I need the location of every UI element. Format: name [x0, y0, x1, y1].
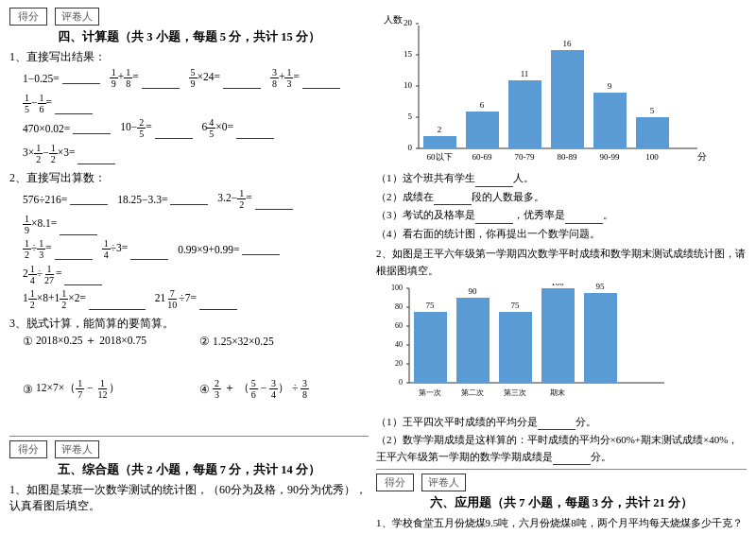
reviewer-label-5: 评卷人 — [55, 440, 99, 458]
svg-text:0: 0 — [399, 378, 403, 387]
problem4-3: 3、脱式计算，能简算的要简算。 ① 2018×0.25 ＋ 2018×0.75 … — [9, 316, 369, 430]
q1-1: （1）这个班共有学生人。 — [376, 170, 747, 187]
problem4-3-num: 3、脱式计算，能简算的要简算。 — [9, 316, 369, 332]
bar-1-val: 2 — [438, 125, 442, 134]
chart2-bar-4-val: 100 — [551, 284, 564, 287]
svg-text:80: 80 — [395, 302, 403, 311]
calc-circle-4: ④ — [199, 383, 210, 396]
reviewer-label-4: 评卷人 — [55, 8, 99, 26]
chart1-x-label: 分数 — [697, 151, 707, 162]
bar-1 — [423, 136, 456, 148]
calc-expr-4: 23 ＋ （56 − 34） ÷ 38 — [213, 378, 309, 400]
score-row-4: 得分 评卷人 — [9, 8, 369, 26]
q1-2: （2）成绩在段的人数最多。 — [376, 189, 747, 206]
questions2-block: （1）王平四次平时成绩的平均分是分。 （2）数学学期成绩是这样算的：平时成绩的平… — [376, 414, 747, 466]
problem4-2-num: 2、直接写出算数： — [9, 170, 369, 186]
expr-10: 576÷216= — [23, 194, 108, 205]
calc-circle-1: ① — [23, 335, 33, 348]
bar-5-label: 90-99 — [600, 152, 620, 162]
math-row-2c: 112×8+112×2= 21710÷7= — [9, 288, 369, 310]
calc-item-2: ② 1.25×32×0.25 — [199, 334, 369, 348]
svg-text:5: 5 — [408, 112, 413, 121]
expr-7: 10−25= — [120, 117, 192, 139]
expr-15: 14÷3= — [102, 238, 168, 260]
section5-header: 五、综合题（共 2 小题，每题 7 分，共计 14 分） — [9, 462, 369, 478]
chart2-bar-5-val: 95 — [596, 284, 606, 291]
chart2-bar-2-label: 第二次 — [461, 388, 484, 397]
score-label-4: 得分 — [9, 8, 47, 26]
expr-3: 59×24= — [189, 67, 261, 89]
score-row-5: 得分 评卷人 — [9, 440, 369, 458]
bar-4-label: 80-89 — [558, 152, 577, 162]
expr-8: 645×0= — [202, 117, 274, 139]
expr-1: 1−0.25= — [23, 73, 100, 84]
math-row-1a: 1−0.25= 19+18= 59×24= 38+13= 15−16= — [9, 67, 369, 114]
problem4-1-num: 1、直接写出结果： — [9, 49, 369, 65]
problem5-1-num: 1、如图是某班一次数学测试的统计图，（60分为及格，90分为优秀），认真看图后填… — [9, 482, 369, 514]
expr-14: 12÷13= — [23, 238, 93, 260]
calc-circle-2: ② — [199, 335, 210, 348]
expr-9: 3×12−12×3= — [23, 143, 115, 164]
bar-3-val: 11 — [521, 69, 529, 78]
problem4-2: 2、直接写出算数： 576÷216= 18.25−3.3= 3.2−12= 19… — [9, 170, 369, 310]
calc-item-1: ① 2018×0.25 ＋ 2018×0.75 — [23, 334, 192, 348]
bar-5-val: 9 — [608, 81, 612, 91]
chart1-svg: 人数 0 5 10 15 20 — [376, 11, 707, 163]
expr-11: 18.25−3.3= — [117, 194, 208, 205]
bar-1-label: 60以下 — [427, 152, 453, 162]
bar-3 — [508, 80, 541, 148]
left-column: 得分 评卷人 四、计算题（共 3 小题，每题 5 分，共计 15 分） 1、直接… — [9, 8, 369, 534]
score-label-5: 得分 — [9, 440, 47, 458]
problem6-1: 1、学校食堂五月份烧煤9.5吨，六月份烧煤8吨，两个月平均每天烧煤多少千克？ — [376, 515, 747, 532]
bar-6 — [636, 117, 669, 148]
chart2-bar-1-val: 75 — [426, 301, 436, 310]
expr-4: 38+13= — [270, 67, 340, 89]
chart2-bar-5 — [584, 293, 617, 383]
expr-5: 15−16= — [23, 93, 93, 114]
svg-text:20: 20 — [404, 18, 413, 27]
expr-17: 214÷127= — [23, 264, 102, 285]
svg-text:100: 100 — [391, 284, 403, 292]
chart2-bar-1 — [414, 312, 447, 383]
score-label-6: 得分 — [376, 474, 414, 491]
chart2-bar-3 — [499, 312, 532, 383]
bar-2-val: 6 — [480, 100, 485, 110]
bar-5 — [593, 93, 627, 148]
expr-2: 19+18= — [110, 67, 180, 89]
chart1-y-label: 人数 — [384, 14, 403, 25]
math-row-2b: 12÷13= 14÷3= 0.99×9+0.99= 214÷127= — [9, 238, 369, 285]
chart2-bar-1-label: 第一次 — [419, 388, 441, 397]
chart2-bar-2-val: 90 — [469, 286, 478, 296]
chart2-intro: 2、如图是王平六年级第一学期四次数学平时成绩和数学期末测试成绩统计图，请根据图填… — [376, 246, 747, 279]
calc-item-4: ④ 23 ＋ （56 − 34） ÷ 38 — [199, 378, 369, 400]
svg-text:40: 40 — [395, 340, 403, 349]
q2-2: （2）数学学期成绩是这样算的：平时成绩的平均分×60%+期末测试成绩×40%，王… — [376, 432, 747, 465]
reviewer-label-6: 评卷人 — [421, 474, 466, 491]
calc-expr-1: 2018×0.25 ＋ 2018×0.75 — [36, 334, 146, 348]
problem6-1-text: 1、学校食堂五月份烧煤9.5吨，六月份烧煤8吨，两个月平均每天烧煤多少千克？ — [376, 515, 747, 532]
chart2-bar-3-label: 第三次 — [504, 388, 526, 397]
expr-16: 0.99×9+0.99= — [178, 244, 280, 255]
chart2-bar-4 — [541, 288, 575, 383]
questions1-block: （1）这个班共有学生人。 （2）成绩在段的人数最多。 （3）考试的及格率是，优秀… — [376, 170, 747, 242]
calc-expr-3: 12×7×（17 − 112） — [36, 378, 120, 400]
problem4-1: 1、直接写出结果： 1−0.25= 19+18= 59×24= 38+13= 1… — [9, 49, 369, 164]
q2-1: （1）王平四次平时成绩的平均分是分。 — [376, 414, 747, 431]
section4-header: 四、计算题（共 3 小题，每题 5 分，共计 15 分） — [9, 29, 369, 45]
chart2-bar-4-label: 期末 — [550, 388, 565, 397]
chart2-bar-3-val: 75 — [511, 301, 521, 310]
bar-4 — [551, 50, 584, 148]
svg-text:20: 20 — [395, 359, 403, 368]
expr-19: 21710÷7= — [155, 288, 237, 310]
svg-text:0: 0 — [408, 143, 413, 152]
svg-text:10: 10 — [404, 80, 413, 90]
bar-6-val: 5 — [650, 106, 655, 115]
q1-4: （4）看右面的统计图，你再提出一个数学问题。 — [376, 226, 747, 243]
page: 得分 评卷人 四、计算题（共 3 小题，每题 5 分，共计 15 分） 1、直接… — [0, 0, 756, 534]
chart2-bar-2 — [456, 298, 490, 383]
right-column: 人数 0 5 10 15 20 — [376, 8, 747, 534]
svg-text:15: 15 — [404, 49, 413, 59]
q1-3: （3）考试的及格率是，优秀率是。 — [376, 207, 747, 224]
bar-4-val: 16 — [563, 39, 573, 48]
svg-text:60: 60 — [395, 321, 403, 330]
